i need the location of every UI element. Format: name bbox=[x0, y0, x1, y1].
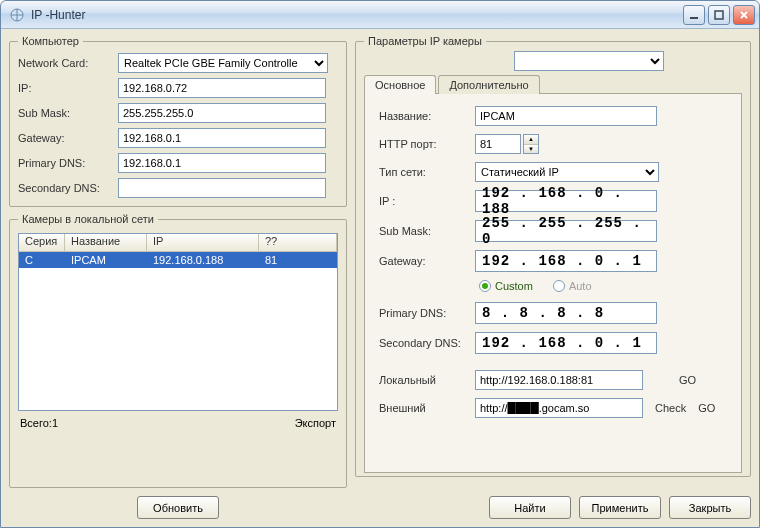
tab-basic[interactable]: Основное bbox=[364, 75, 436, 94]
col-ip[interactable]: IP bbox=[147, 234, 259, 251]
radio-off-icon bbox=[553, 280, 565, 292]
http-port-label: HTTP порт: bbox=[379, 138, 475, 150]
local-url-label: Локальный bbox=[379, 374, 475, 386]
submask-field[interactable] bbox=[118, 103, 326, 123]
cam-submask-label: Sub Mask: bbox=[379, 225, 475, 237]
local-url-field[interactable] bbox=[475, 370, 643, 390]
cam-gateway-field[interactable]: 192 . 168 . 0 . 1 bbox=[475, 250, 657, 272]
gateway-field[interactable] bbox=[118, 128, 326, 148]
primary-dns-field[interactable] bbox=[118, 153, 326, 173]
titlebar: IP -Hunter bbox=[1, 1, 759, 29]
radio-auto[interactable]: Auto bbox=[553, 280, 592, 292]
svg-rect-1 bbox=[690, 17, 698, 19]
svg-rect-2 bbox=[715, 11, 723, 19]
ip-field[interactable] bbox=[118, 78, 326, 98]
cam-sdns-label: Secondary DNS: bbox=[379, 337, 475, 349]
cell-name: IPCAM bbox=[65, 254, 147, 266]
tabs: Основное Дополнительно bbox=[364, 75, 742, 94]
table-row[interactable]: C IPCAM 192.168.0.188 81 bbox=[19, 252, 337, 268]
secondary-dns-field[interactable] bbox=[118, 178, 326, 198]
camera-params-legend: Параметры IP камеры bbox=[364, 35, 486, 47]
external-url-label: Внешний bbox=[379, 402, 475, 414]
tab-advanced[interactable]: Дополнительно bbox=[438, 75, 539, 94]
close-dialog-button[interactable]: Закрыть bbox=[669, 496, 751, 519]
camera-params-group: Параметры IP камеры Основное Дополнитель… bbox=[355, 35, 751, 477]
external-url-field[interactable] bbox=[475, 398, 643, 418]
apply-button[interactable]: Применить bbox=[579, 496, 661, 519]
export-link[interactable]: Экспорт bbox=[295, 417, 336, 429]
app-window: IP -Hunter Компьютер Network Card: Realt… bbox=[0, 0, 760, 528]
chevron-up-icon[interactable]: ▲ bbox=[524, 135, 538, 145]
cam-name-label: Название: bbox=[379, 110, 475, 122]
refresh-button[interactable]: Обновить bbox=[137, 496, 219, 519]
tab-panel-basic: Название: HTTP порт: ▲ ▼ bbox=[364, 93, 742, 473]
net-type-combo[interactable]: Статический IP bbox=[475, 162, 659, 182]
cell-serial: C bbox=[19, 254, 65, 266]
cam-sdns-field[interactable]: 192 . 168 . 0 . 1 bbox=[475, 332, 657, 354]
net-type-label: Тип сети: bbox=[379, 166, 475, 178]
cam-ip-label: IP : bbox=[379, 195, 475, 207]
cam-pdns-field[interactable]: 8 . 8 . 8 . 8 bbox=[475, 302, 657, 324]
find-button[interactable]: Найти bbox=[489, 496, 571, 519]
ip-label: IP: bbox=[18, 82, 118, 94]
primary-dns-label: Primary DNS: bbox=[18, 157, 118, 169]
minimize-button[interactable] bbox=[683, 5, 705, 25]
col-unknown[interactable]: ?? bbox=[259, 234, 337, 251]
col-name[interactable]: Название bbox=[65, 234, 147, 251]
cell-unknown: 81 bbox=[259, 254, 337, 266]
secondary-dns-label: Secondary DNS: bbox=[18, 182, 118, 194]
cam-gateway-label: Gateway: bbox=[379, 255, 475, 267]
total-count-label: Всего:1 bbox=[20, 417, 58, 429]
lan-cameras-list[interactable]: Серия Название IP ?? C IPCAM 192.168.0.1… bbox=[18, 233, 338, 411]
lan-cameras-group: Камеры в локальной сети Серия Название I… bbox=[9, 213, 347, 488]
network-card-combo[interactable]: Realtek PCIe GBE Family Controlle bbox=[118, 53, 328, 73]
window-title: IP -Hunter bbox=[31, 8, 85, 22]
maximize-button[interactable] bbox=[708, 5, 730, 25]
lan-cameras-legend: Камеры в локальной сети bbox=[18, 213, 158, 225]
cam-ip-field[interactable]: 192 . 168 . 0 . 188 bbox=[475, 190, 657, 212]
cell-ip: 192.168.0.188 bbox=[147, 254, 259, 266]
computer-legend: Компьютер bbox=[18, 35, 83, 47]
radio-on-icon bbox=[479, 280, 491, 292]
local-go-link[interactable]: GO bbox=[679, 374, 696, 386]
list-header: Серия Название IP ?? bbox=[19, 234, 337, 252]
cam-pdns-label: Primary DNS: bbox=[379, 307, 475, 319]
check-link[interactable]: Check bbox=[655, 402, 686, 414]
close-button[interactable] bbox=[733, 5, 755, 25]
cam-submask-field[interactable]: 255 . 255 . 255 . 0 bbox=[475, 220, 657, 242]
submask-label: Sub Mask: bbox=[18, 107, 118, 119]
computer-group: Компьютер Network Card: Realtek PCIe GBE… bbox=[9, 35, 347, 207]
gateway-label: Gateway: bbox=[18, 132, 118, 144]
col-serial[interactable]: Серия bbox=[19, 234, 65, 251]
chevron-down-icon[interactable]: ▼ bbox=[524, 145, 538, 154]
cam-name-field[interactable] bbox=[475, 106, 657, 126]
http-port-field[interactable] bbox=[475, 134, 521, 154]
camera-selector[interactable] bbox=[514, 51, 664, 71]
http-port-spinner[interactable]: ▲ ▼ bbox=[523, 134, 539, 154]
network-card-label: Network Card: bbox=[18, 57, 118, 69]
radio-custom[interactable]: Custom bbox=[479, 280, 533, 292]
external-go-link[interactable]: GO bbox=[698, 402, 715, 414]
app-icon bbox=[9, 7, 25, 23]
